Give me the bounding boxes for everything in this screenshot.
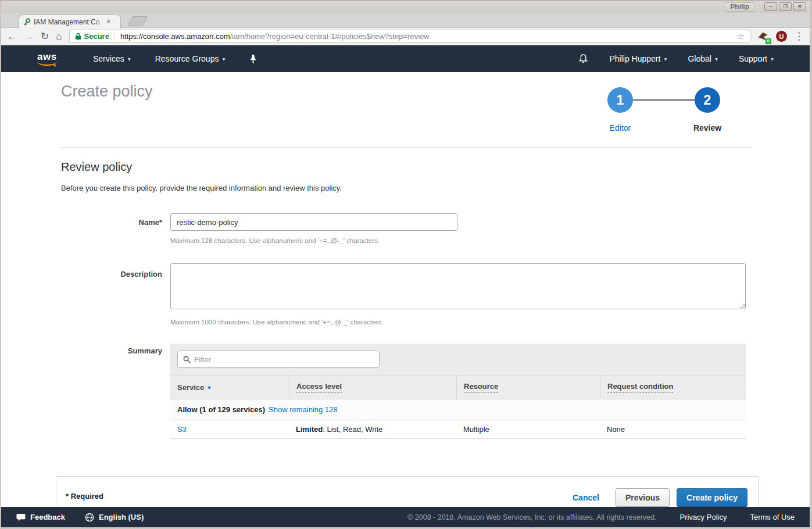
section-description: Before you create this policy, provide t… — [61, 184, 342, 192]
window-minimize-icon[interactable]: – — [764, 2, 777, 11]
description-help-text: Maximum 1000 characters. Use alphanumeri… — [170, 319, 383, 326]
forward-icon[interactable]: → — [24, 31, 34, 41]
summary-panel: Service ▾ Access level Resource Request … — [170, 344, 746, 459]
tab-title: IAM Management Co — [34, 18, 105, 26]
nav-account-label: Philip Huppert — [609, 54, 660, 63]
step-editor-circle[interactable]: 1 — [607, 87, 633, 113]
name-help-text: Maximum 128 characters. Use alphanumeric… — [170, 237, 380, 244]
url-path: /iam/home?region=eu-central-1#/policies$… — [230, 32, 430, 41]
chevron-down-icon: ▾ — [771, 56, 774, 62]
terms-of-use-link[interactable]: Terms of Use — [750, 513, 795, 521]
nav-region-menu[interactable]: Global ▾ — [688, 54, 718, 63]
url-domain: https://console.aws.amazon.com — [120, 32, 230, 41]
show-remaining-link[interactable]: Show remaining 128 — [269, 405, 338, 414]
column-header-service-label: Service — [177, 383, 204, 392]
create-policy-button[interactable]: Create policy — [677, 488, 747, 507]
extension-icon[interactable]: 0 — [757, 31, 769, 42]
feedback-label: Feedback — [30, 513, 65, 521]
privacy-policy-link[interactable]: Privacy Policy — [680, 513, 727, 521]
access-level-rest: : List, Read, Write — [323, 425, 382, 434]
nav-account-menu[interactable]: Philip Huppert ▾ — [609, 54, 667, 63]
ublock-icon[interactable]: U — [776, 31, 787, 42]
resource-cell: Multiple — [456, 425, 600, 434]
nav-region-label: Global — [688, 54, 711, 63]
nav-support-label: Support — [739, 54, 767, 63]
chevron-down-icon: ▾ — [222, 56, 225, 62]
nav-support-menu[interactable]: Support ▾ — [739, 54, 774, 63]
column-header-access-level-label: Access level — [296, 382, 342, 393]
column-header-request-condition[interactable]: Request condition — [600, 376, 746, 399]
iam-key-favicon — [23, 18, 31, 26]
page-title: Create policy — [61, 83, 153, 101]
secure-label: Secure — [84, 32, 109, 41]
browser-window: Philip – ❐ ✕ IAM Management Co ✕ ← → ↻ ⌂ — [0, 0, 812, 529]
service-s3-link[interactable]: S3 — [177, 425, 187, 434]
search-icon — [183, 356, 191, 363]
language-label: English (US) — [99, 513, 144, 521]
access-level-bold: Limited — [296, 425, 323, 434]
aws-footer: Feedback English (US) © 2008 - 2018, Ama… — [1, 507, 810, 527]
table-header-row: Service ▾ Access level Resource Request … — [170, 375, 746, 399]
reload-icon[interactable]: ↻ — [41, 31, 49, 41]
globe-icon — [85, 513, 94, 522]
new-tab-button[interactable] — [128, 16, 148, 26]
progress-steps: 1 2 Editor Review — [607, 87, 720, 113]
feedback-bubble-icon — [16, 513, 26, 521]
chevron-down-icon: ▾ — [715, 56, 718, 62]
home-icon[interactable]: ⌂ — [56, 31, 62, 41]
address-bar[interactable]: Secure https://console.aws.amazon.com/ia… — [69, 30, 750, 43]
column-header-resource[interactable]: Resource — [456, 376, 600, 399]
nav-services[interactable]: Services ▾ — [93, 54, 131, 63]
language-selector[interactable]: English (US) — [85, 513, 144, 522]
omnibox-divider — [115, 32, 115, 41]
browser-toolbar: ← → ↻ ⌂ Secure https://console.aws.amazo… — [1, 28, 810, 45]
column-header-service[interactable]: Service ▾ — [170, 376, 289, 399]
summary-table: Service ▾ Access level Resource Request … — [170, 375, 746, 459]
browser-menu-icon[interactable]: ⋮ — [794, 31, 804, 41]
os-titlebar: Philip – ❐ ✕ — [1, 1, 810, 13]
policy-description-textarea[interactable] — [170, 263, 746, 309]
table-bottom-spacer — [170, 439, 746, 459]
filter-box[interactable] — [177, 351, 380, 368]
action-bar: * Required Cancel Previous Create policy — [56, 476, 759, 507]
window-maximize-icon[interactable]: ❐ — [779, 2, 792, 11]
notifications-bell-icon[interactable] — [578, 53, 588, 64]
previous-button[interactable]: Previous — [616, 488, 670, 507]
policy-name-input[interactable] — [170, 213, 457, 231]
aws-nav-bar: aws Services ▾ Resource Groups ▾ Philip … — [1, 45, 810, 72]
browser-tab[interactable]: IAM Management Co ✕ — [19, 15, 121, 28]
column-header-resource-label: Resource — [464, 382, 498, 393]
request-condition-cell: None — [600, 425, 746, 434]
description-label: Description — [61, 270, 162, 278]
extension-badge: 0 — [766, 38, 771, 44]
section-title: Review policy — [61, 160, 132, 174]
nav-resource-groups-label: Resource Groups — [155, 54, 219, 63]
header-divider — [61, 147, 752, 148]
tab-close-icon[interactable]: ✕ — [106, 18, 111, 26]
filter-input[interactable] — [194, 355, 374, 364]
allow-group-row: Allow (1 of 129 services) Show remaining… — [170, 399, 746, 420]
column-header-access-level[interactable]: Access level — [289, 376, 456, 399]
step-editor-label[interactable]: Editor — [585, 123, 655, 133]
chevron-down-icon: ▾ — [128, 56, 131, 62]
bookmark-star-icon[interactable]: ☆ — [737, 31, 745, 42]
nav-services-label: Services — [93, 54, 124, 63]
tab-strip: IAM Management Co ✕ — [1, 13, 810, 28]
nav-resource-groups[interactable]: Resource Groups ▾ — [155, 54, 226, 63]
step-review-label: Review — [673, 123, 742, 133]
main-content: Create policy 1 2 Editor Review Review p… — [1, 72, 810, 507]
pin-icon[interactable] — [249, 54, 257, 64]
feedback-button[interactable]: Feedback — [16, 513, 65, 521]
step-review-circle: 2 — [695, 87, 720, 113]
cancel-button[interactable]: Cancel — [573, 493, 599, 502]
aws-logo[interactable]: aws — [37, 52, 60, 66]
name-label: Name* — [61, 218, 162, 227]
table-row: S3 Limited: List, Read, Write Multiple N… — [170, 420, 746, 439]
back-icon[interactable]: ← — [7, 31, 17, 41]
copyright-text: © 2008 - 2018, Amazon Web Services, Inc.… — [407, 513, 656, 521]
sort-caret-icon: ▾ — [208, 384, 210, 391]
aws-smile-icon — [37, 60, 56, 66]
window-close-icon[interactable]: ✕ — [793, 2, 806, 11]
allow-group-label: Allow (1 of 129 services) — [177, 405, 265, 414]
chevron-down-icon: ▾ — [664, 56, 667, 62]
